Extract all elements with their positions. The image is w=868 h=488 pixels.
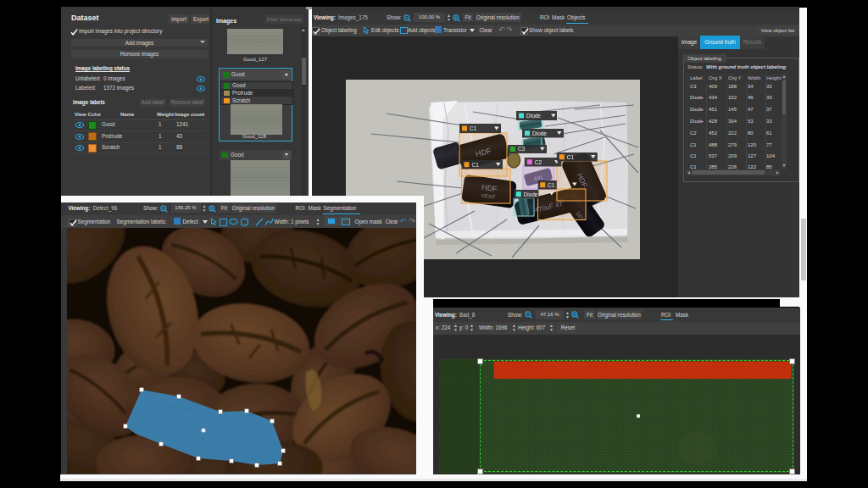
svg-text:C1: C1 xyxy=(470,125,477,131)
svg-text:Diode: Diode xyxy=(524,191,538,197)
svg-text:C1: C1 xyxy=(567,154,575,160)
svg-text:Diode: Diode xyxy=(526,113,541,119)
svg-text:Diode: Diode xyxy=(532,130,547,136)
svg-text:C3: C3 xyxy=(518,146,526,152)
svg-text:C2: C2 xyxy=(535,159,542,165)
svg-text:C1: C1 xyxy=(472,162,480,168)
svg-text:C1: C1 xyxy=(548,182,555,188)
